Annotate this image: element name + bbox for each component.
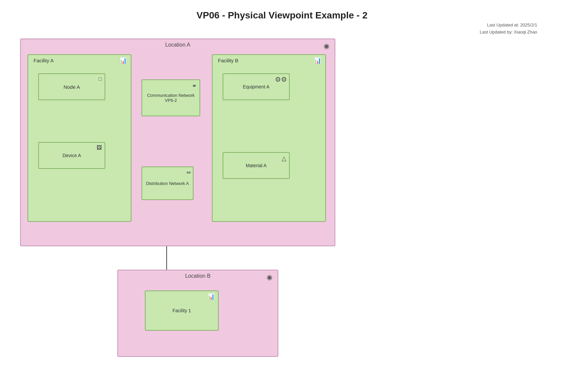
location-a-icon: ◉ bbox=[324, 42, 329, 50]
device-a: Device A 🖼 bbox=[38, 142, 105, 169]
material-a-label: Material A bbox=[246, 163, 267, 168]
device-a-label: Device A bbox=[62, 153, 81, 158]
dist-network: Distribution Network A ⇔ bbox=[142, 167, 193, 200]
facility-b-label: Facility B bbox=[218, 58, 238, 63]
node-a-icon: □ bbox=[99, 76, 102, 82]
material-a: Material A △ bbox=[223, 152, 290, 179]
node-a-label: Node A bbox=[63, 84, 80, 90]
material-a-icon: △ bbox=[282, 155, 286, 162]
page-title: VP06 - Physical Viewpoint Example - 2 bbox=[0, 0, 564, 26]
equipment-a-label: Equipment A bbox=[243, 84, 269, 89]
facility-b-icon: 📊 bbox=[314, 57, 321, 64]
facility-a-icon: 📊 bbox=[119, 57, 127, 64]
location-a-label: Location A bbox=[165, 42, 190, 48]
last-updated-at: Last Updated at: 2025/2/1 bbox=[480, 22, 537, 29]
comm-network-icon: ⚭ bbox=[192, 82, 197, 89]
equipment-a-icon: ⚙⚙ bbox=[275, 75, 287, 83]
dist-network-icon: ⇔ bbox=[186, 169, 191, 176]
facility-b: Facility B 📊 Equipment A ⚙⚙ Material A △ bbox=[212, 54, 326, 222]
facility-1-icon: 📊 bbox=[208, 293, 215, 300]
facility-1: Facility 1 📊 bbox=[145, 290, 219, 331]
node-a: Node A □ bbox=[38, 73, 105, 100]
diagram-container: Location A ◉ Facility A 📊 Node A □ Devic… bbox=[20, 39, 349, 246]
location-a: Location A ◉ Facility A 📊 Node A □ Devic… bbox=[20, 39, 335, 246]
facility-a-label: Facility A bbox=[34, 58, 54, 63]
facility-1-label: Facility 1 bbox=[172, 308, 191, 313]
comm-network-label: Communication Network VP6-2 bbox=[142, 93, 200, 103]
last-updated-by: Last Updated by: Xiaoqi Zhao bbox=[480, 29, 537, 36]
dist-network-label: Distribution Network A bbox=[146, 181, 189, 186]
location-b-icon: ◉ bbox=[267, 273, 272, 281]
device-a-icon: 🖼 bbox=[97, 145, 102, 151]
comm-network: Communication Network VP6-2 ⚭ bbox=[142, 79, 200, 116]
location-b-label: Location B bbox=[185, 273, 211, 279]
equipment-a: Equipment A ⚙⚙ bbox=[223, 73, 290, 100]
facility-a: Facility A 📊 Node A □ Device A 🖼 bbox=[27, 54, 131, 222]
location-b: Location B ◉ Facility 1 📊 bbox=[117, 270, 278, 357]
meta-info: Last Updated at: 2025/2/1 Last Updated b… bbox=[480, 22, 537, 36]
